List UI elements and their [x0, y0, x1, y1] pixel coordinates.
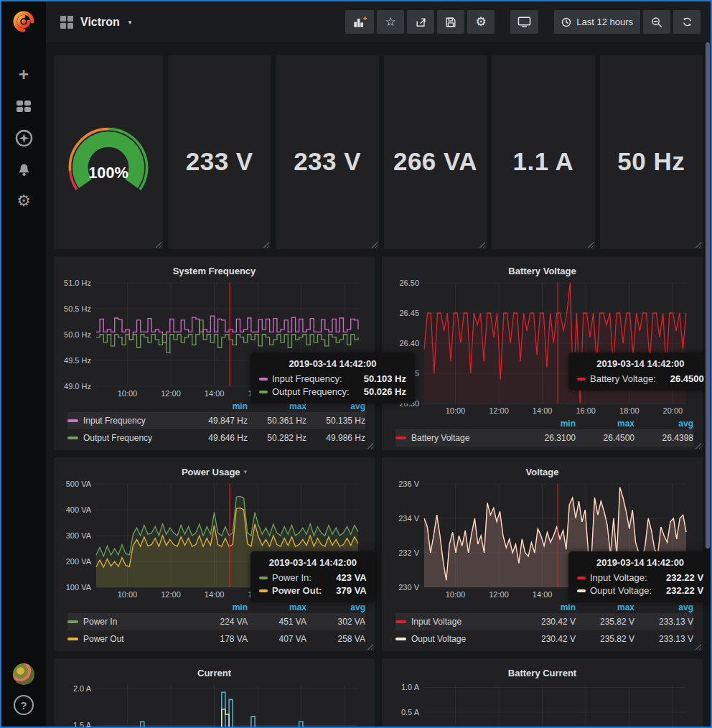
- svg-text:14:00: 14:00: [533, 590, 553, 599]
- svg-text:12:00: 12:00: [161, 590, 181, 599]
- legend-header-avg[interactable]: avg: [634, 602, 693, 612]
- legend-stat-value: 233.13 V: [634, 634, 693, 644]
- legend-header-max[interactable]: max: [576, 602, 634, 612]
- legend-series-label: Power In: [83, 617, 117, 627]
- svg-text:300 VA: 300 VA: [66, 531, 92, 540]
- panel-title-text: Battery Current: [508, 668, 576, 678]
- graph-panel-current: Current10:0012:0014:0016:0018:0020:002.0…: [54, 658, 375, 727]
- legend-series-row[interactable]: Output Frequency49.646 Hz50.282 Hz49.986…: [67, 429, 365, 447]
- tooltip-series-row: Input Voltage:232.22 V: [577, 572, 703, 583]
- svg-text:232 V: 232 V: [398, 549, 419, 557]
- grafana-logo-icon[interactable]: [11, 9, 37, 37]
- panel-title[interactable]: Current: [60, 663, 368, 681]
- svg-text:10:00: 10:00: [446, 406, 466, 415]
- stat-value: 50 Hz: [617, 78, 685, 246]
- legend-stat-value: 233.13 V: [634, 617, 693, 627]
- tooltip-series-value: 50.026 Hz: [354, 386, 406, 397]
- plot-area-battery-voltage[interactable]: 10:0012:0014:0016:0018:0020:0026.5026.45…: [388, 279, 696, 416]
- legend-series-row[interactable]: Battery Voltage26.310026.450026.4398: [395, 429, 693, 447]
- svg-text:14:00: 14:00: [205, 389, 225, 398]
- panel-title[interactable]: Voltage: [388, 462, 696, 480]
- tooltip-series-value: 379 VA: [326, 585, 366, 596]
- series-color-swatch: [67, 419, 78, 422]
- legend-stat-value: 49.646 Hz: [189, 433, 248, 443]
- clock-time-range-button[interactable]: Last 12 hours: [554, 10, 640, 34]
- legend-stat-value: 224 VA: [189, 617, 248, 627]
- stat-value: 233 V: [186, 78, 253, 246]
- dashboard-picker[interactable]: Victron ▾: [60, 16, 131, 29]
- legend-header-avg[interactable]: avg: [306, 602, 365, 612]
- legend-series-row[interactable]: Power In224 VA451 VA302 VA: [67, 613, 365, 630]
- legend-header-max[interactable]: max: [248, 602, 306, 612]
- refresh-button[interactable]: [673, 10, 701, 34]
- panel-title-text: Power Usage: [182, 467, 240, 477]
- legend-header-min[interactable]: min: [517, 419, 576, 429]
- explore-compass-icon[interactable]: [9, 122, 38, 154]
- legend-header-min[interactable]: min: [517, 602, 576, 612]
- legend-series-row[interactable]: Input Voltage230.42 V235.82 V233.13 V: [395, 613, 693, 630]
- svg-text:500 VA: 500 VA: [66, 480, 92, 488]
- stat-value: 233 V: [294, 78, 361, 246]
- series-color-swatch: [577, 577, 586, 579]
- chevron-down-icon: ▾: [128, 19, 132, 26]
- legend-header-avg[interactable]: avg: [634, 419, 693, 429]
- legend-series-name: Power In: [67, 617, 189, 627]
- svg-text:14:00: 14:00: [205, 590, 225, 599]
- legend-series-name: Input Frequency: [67, 416, 189, 426]
- plot-area-battery-current[interactable]: 10:0012:0014:0016:0018:0020:001.0 A0.5 A…: [388, 681, 696, 727]
- share-button[interactable]: [407, 10, 434, 34]
- legend-stat-value: 50.282 Hz: [248, 433, 306, 443]
- legend-header-min[interactable]: min: [189, 602, 248, 612]
- tooltip-series-row: Input Frequency:50.103 Hz: [259, 373, 406, 384]
- tooltip-series-row: Ouput Voltage:232.22 V: [577, 585, 703, 596]
- tooltip-series-label: Power In:: [272, 572, 312, 583]
- legend-header-min[interactable]: min: [189, 401, 248, 411]
- svg-text:230 V: 230 V: [398, 583, 419, 592]
- svg-text:1.5 A: 1.5 A: [73, 721, 92, 727]
- panel-title-text: Battery Voltage: [508, 266, 576, 276]
- user-avatar[interactable]: [13, 663, 34, 685]
- svg-text:12:00: 12:00: [489, 406, 509, 415]
- graph-tooltip: 2019-03-14 14:42:00Input Frequency:50.10…: [250, 353, 415, 403]
- configuration-gear-icon[interactable]: ⚙: [9, 185, 38, 217]
- tooltip-series-row: Power Out:379 VA: [259, 585, 367, 596]
- legend-series-label: Output Frequency: [83, 433, 152, 443]
- legend-header-max[interactable]: max: [576, 419, 634, 429]
- legend-series-row[interactable]: Input Frequency49.847 Hz50.361 Hz50.135 …: [67, 412, 365, 429]
- tv-button[interactable]: [510, 10, 538, 34]
- tooltip-series-value: 423 VA: [326, 572, 366, 583]
- panel-title[interactable]: System Frequency: [60, 261, 368, 279]
- svg-text:26.45: 26.45: [399, 309, 419, 317]
- svg-text:50.5 Hz: 50.5 Hz: [64, 304, 91, 313]
- create-plus-icon[interactable]: +: [9, 59, 38, 90]
- legend-series-row[interactable]: Ouput Voltage230.42 V235.82 V233.13 V: [395, 630, 693, 648]
- panel-title[interactable]: Power Usage▾: [60, 462, 368, 480]
- panel-title[interactable]: Battery Voltage: [388, 261, 696, 279]
- series-color-swatch: [67, 437, 78, 439]
- legend-series-row[interactable]: Power Out178 VA407 VA258 VA: [67, 630, 365, 648]
- svg-text:16:00: 16:00: [576, 406, 596, 415]
- settings-button[interactable]: ⚙: [467, 10, 495, 34]
- save-button[interactable]: [437, 10, 464, 34]
- help-icon[interactable]: ?: [14, 695, 34, 715]
- battery-charge-gauge: 100%: [60, 78, 156, 246]
- add-panel-button[interactable]: [345, 10, 374, 34]
- dashboards-icon[interactable]: [9, 90, 38, 122]
- series-color-swatch: [395, 638, 406, 640]
- stat-panel-output-current: 1.1 A: [492, 55, 594, 249]
- legend-stat-value: 49.986 Hz: [306, 433, 365, 443]
- navbar-toolbar: ☆⚙Last 12 hours: [345, 10, 701, 34]
- alerting-bell-icon[interactable]: [9, 154, 38, 185]
- star-button[interactable]: ☆: [377, 10, 404, 34]
- plot-area-current[interactable]: 10:0012:0014:0016:0018:0020:002.0 A1.5 A…: [60, 681, 368, 727]
- legend-stat-value: 302 VA: [306, 617, 365, 627]
- chart-svg: 10:0012:0014:0016:0018:0020:0026.5026.45…: [388, 279, 696, 416]
- svg-text:49.0 Hz: 49.0 Hz: [64, 382, 91, 391]
- legend-series-name: Input Voltage: [395, 617, 517, 627]
- zoom-out-button[interactable]: [643, 10, 670, 34]
- svg-text:12:00: 12:00: [489, 590, 509, 599]
- stat-panel-input-freq: 50 Hz: [600, 55, 703, 249]
- scrollbar-thumb[interactable]: [706, 42, 710, 549]
- legend-stat-value: 178 VA: [189, 634, 248, 644]
- panel-title[interactable]: Battery Current: [388, 663, 696, 681]
